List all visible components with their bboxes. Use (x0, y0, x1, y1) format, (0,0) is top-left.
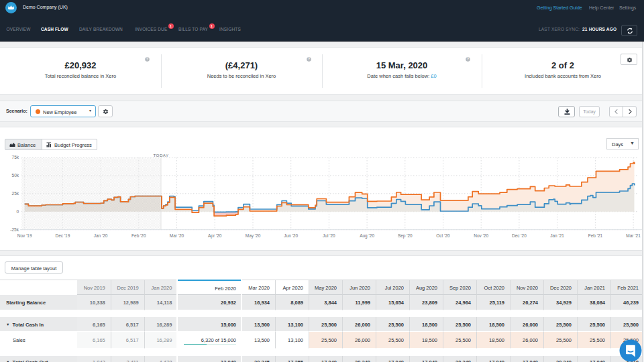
svg-text:75k: 75k (12, 155, 19, 160)
svg-text:0: 0 (16, 209, 19, 214)
svg-text:Jun '20: Jun '20 (284, 233, 298, 238)
svg-text:Feb '20: Feb '20 (131, 233, 146, 238)
svg-text:Feb '21: Feb '21 (588, 233, 603, 238)
svg-text:Nov '20: Nov '20 (474, 233, 488, 238)
svg-text:25k: 25k (12, 191, 19, 196)
svg-text:Nov '19: Nov '19 (17, 233, 32, 238)
svg-text:Oct '20: Oct '20 (436, 233, 450, 238)
svg-text:Jan '20: Jan '20 (94, 233, 108, 238)
svg-text:Dec '19: Dec '19 (55, 233, 70, 238)
svg-text:Jul '20: Jul '20 (323, 233, 335, 238)
svg-text:Sep '20: Sep '20 (398, 233, 413, 239)
svg-text:-25k: -25k (10, 227, 19, 232)
svg-text:50k: 50k (12, 173, 19, 178)
svg-text:May '20: May '20 (246, 233, 261, 239)
svg-text:Aug '20: Aug '20 (360, 233, 374, 239)
svg-text:Apr '20: Apr '20 (208, 233, 222, 239)
svg-text:Mar '20: Mar '20 (170, 233, 184, 238)
svg-text:TODAY: TODAY (154, 153, 169, 158)
svg-text:Dec '20: Dec '20 (512, 233, 527, 238)
svg-text:Jan '21: Jan '21 (550, 233, 564, 238)
svg-text:Mar '21: Mar '21 (626, 233, 641, 238)
